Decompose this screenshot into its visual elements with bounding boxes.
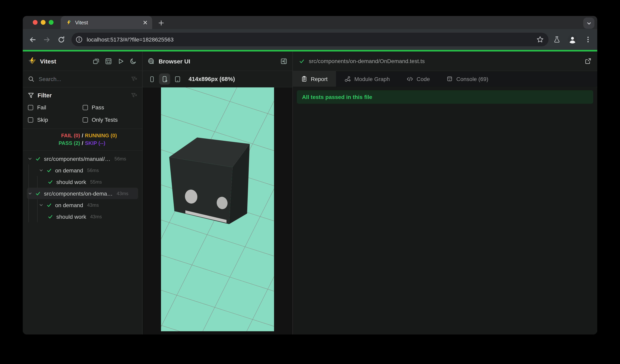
sidebar-title: Vitest [40,58,56,64]
pass-check-icon [35,156,41,161]
filter-checkbox-skip[interactable]: Skip [28,115,82,124]
tab-strip: Vitest [23,16,597,29]
fail-count: FAIL (0) [23,132,80,138]
url-text[interactable]: localhost:5173/#/?file=1828625563 [87,36,537,43]
checkbox[interactable] [82,105,88,110]
console-icon [447,76,453,82]
device-tablet-button[interactable] [172,73,183,85]
test-suite-row[interactable]: on demand 43ms [27,199,138,211]
tab-console[interactable]: Console (69) [438,71,496,87]
back-button[interactable] [26,33,39,46]
viewport-dimensions: 414x896px (68%) [188,76,235,82]
forward-button[interactable] [40,33,53,46]
test-tree: src/components/manual/… 56ms on demand 5… [23,151,142,335]
filter-section: Filter Fail Pass [23,87,142,129]
device-phone-plus-button[interactable] [159,73,170,85]
chevron-down-icon [586,21,591,26]
reload-icon [57,36,65,43]
search-icon [28,76,34,82]
pass-check-icon [47,179,53,185]
device-toolbar: 414x896px (68%) [143,71,293,87]
report-content: All tests passed in this file [293,87,597,335]
site-info-icon[interactable] [76,36,83,43]
chevron-down-icon[interactable] [39,168,44,173]
tab-code[interactable]: Code [398,71,438,87]
all-tests-passed-banner: All tests passed in this file [297,90,593,104]
maximize-window-button[interactable] [49,20,54,25]
vitest-brand: Vitest [23,57,93,65]
forward-arrow-icon [43,36,50,43]
checkbox[interactable] [82,117,88,122]
filter-title: Filter [38,92,127,99]
close-window-button[interactable] [33,20,38,25]
detail-panel: src/components/on-demand/OnDemand.test.t… [293,51,597,335]
open-external-icon[interactable] [585,58,591,64]
test-file-row-selected[interactable]: src/components/on-dema… 43ms [27,188,138,199]
clear-search-filter-icon[interactable] [131,76,137,82]
reload-button[interactable] [55,33,67,46]
browser-toolbar: localhost:5173/#/?file=1828625563 [23,29,597,50]
chevron-down-icon[interactable] [39,203,44,207]
filter-checkbox-pass[interactable]: Pass [82,103,137,112]
robot-head-cube [169,137,250,224]
dock-panel-icon[interactable] [280,58,287,64]
vitest-logo-icon [28,57,36,65]
filter-funnel-icon [28,92,34,98]
clear-filters-icon[interactable] [131,92,137,98]
window-controls [33,20,54,25]
test-file-row[interactable]: src/components/manual/… 56ms [27,153,138,164]
detail-tabbar: Report Module Graph Code [293,71,597,87]
toolbar-icons [553,34,592,45]
address-bar[interactable]: localhost:5173/#/?file=1828625563 [72,33,548,46]
new-tab-button[interactable] [156,18,166,28]
tab-report[interactable]: Report [293,71,336,87]
pass-check-icon [46,202,52,208]
pass-check-icon [35,190,41,196]
pass-check-icon [46,167,52,173]
pass-check-icon [47,214,53,219]
tab-search-button[interactable] [583,17,594,29]
globe-icon [148,58,155,64]
browser-tab[interactable]: Vitest [61,16,152,29]
tab-title: Vitest [75,20,142,26]
experiments-flask-icon[interactable] [553,36,560,43]
dark-mode-moon-icon[interactable] [130,58,137,64]
close-tab-icon[interactable] [142,20,148,26]
running-count: RUNNING (0) [85,132,142,138]
test-case-row[interactable]: should work 55ms [27,176,138,188]
module-graph-icon [344,76,351,82]
filter-checkbox-fail[interactable]: Fail [28,103,82,112]
browser-ui-title: Browser UI [159,58,280,64]
minimize-window-button[interactable] [41,20,46,25]
search-input[interactable] [38,75,127,83]
tab-module-graph[interactable]: Module Graph [336,71,398,87]
vitest-favicon-icon [66,20,72,25]
back-arrow-icon [29,36,36,43]
collapse-panels-icon[interactable] [93,58,99,64]
report-clipboard-icon [301,76,307,82]
filter-checkbox-only-tests[interactable]: Only Tests [82,115,137,124]
pass-count: PASS (2) [23,140,80,146]
checkbox[interactable] [28,105,33,110]
profile-avatar[interactable] [567,34,578,45]
device-phone-button[interactable] [146,73,157,85]
search-bar [23,71,142,87]
test-preview-viewport[interactable] [161,87,274,331]
bookmark-star-icon[interactable] [537,36,544,43]
browser-ui-panel: Browser UI [143,51,293,335]
checkbox[interactable] [28,117,33,122]
pass-check-icon [299,58,305,64]
run-all-play-icon[interactable] [117,58,124,64]
chevron-down-icon[interactable] [28,156,32,161]
dashboard-icon[interactable] [105,58,112,64]
screen: Vitest [0,0,620,364]
browser-window: Vitest [23,16,597,335]
test-suite-row[interactable]: on demand 56ms [27,164,138,176]
test-case-row[interactable]: should work 43ms [27,211,138,222]
test-summary: FAIL (0) / RUNNING (0) PASS (2) / SKIP (… [23,129,142,151]
open-file-path: src/components/on-demand/OnDemand.test.t… [309,58,585,64]
sidebar: Vitest [23,51,143,335]
menu-kebab-icon[interactable] [584,36,592,43]
skip-count: SKIP (--) [85,140,142,146]
test-progress-bar [23,50,597,51]
